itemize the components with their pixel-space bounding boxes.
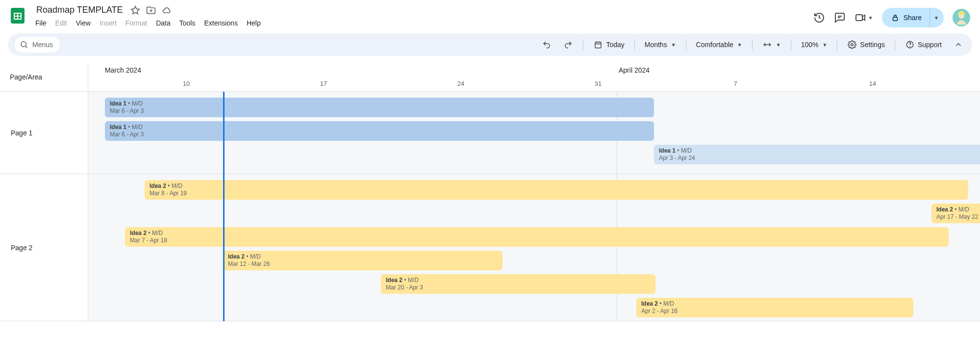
scale-label: Months — [645, 41, 667, 49]
bar-title: Idea 2 — [228, 253, 245, 260]
chevron-down-icon: ▼ — [776, 42, 781, 48]
bar-suffix: • M/D — [166, 182, 182, 189]
settings-label: Settings — [860, 41, 885, 49]
bar-suffix: • M/D — [402, 277, 419, 284]
share-label: Share — [904, 14, 922, 22]
timeline-bar[interactable]: Idea 2 • M/DMar 7 - Apr 18 — [125, 227, 949, 247]
menu-file[interactable]: File — [31, 17, 50, 29]
timeline-bar[interactable]: Idea 2 • M/DApr 17 - May 22 — [931, 204, 980, 223]
svg-point-15 — [910, 46, 910, 47]
zoom-dropdown[interactable]: 100% ▼ — [796, 38, 832, 52]
meet-icon[interactable] — [854, 12, 866, 24]
share-button[interactable]: Share — [882, 8, 930, 27]
day-label: 10 — [183, 80, 190, 87]
menu-help[interactable]: Help — [243, 17, 265, 29]
bar-suffix: • M/D — [126, 124, 143, 130]
bar-dates: Apr 3 - Apr 24 — [659, 155, 980, 162]
header: Roadmap TEMPLATE File Edit View Insert F… — [0, 0, 980, 31]
document-title[interactable]: Roadmap TEMPLATE — [34, 4, 125, 16]
svg-point-13 — [851, 44, 854, 46]
bar-dates: Mar 8 - Apr 19 — [150, 190, 963, 197]
toolbar: Menus Today Months ▼ Comfortable ▼ ▼ 100… — [8, 33, 972, 56]
sidebar-header: Page/Area — [0, 62, 88, 91]
density-label: Comfortable — [696, 41, 733, 49]
collapse-toolbar-button[interactable] — [952, 38, 965, 52]
bar-title: Idea 2 — [130, 230, 147, 236]
share-group: Share ▼ — [882, 8, 944, 27]
timeline-bar[interactable]: Idea 2 • M/DMar 12 - Mar 26 — [223, 251, 503, 270]
svg-rect-12 — [595, 42, 601, 48]
timeline-view: Page/Area March 2024April 2024 101724317… — [0, 62, 980, 364]
comments-icon[interactable] — [834, 12, 846, 24]
group-lane[interactable]: Idea 2 • M/DMar 8 - Apr 19Idea 2 • M/DAp… — [88, 174, 980, 321]
separator — [752, 39, 753, 50]
meet-dropdown-icon[interactable]: ▼ — [868, 15, 873, 21]
undo-button[interactable] — [537, 37, 556, 52]
move-icon[interactable] — [146, 5, 156, 15]
timeline-bar[interactable]: Idea 1 • M/DApr 3 - Apr 24 — [654, 145, 980, 164]
timeline-bar[interactable]: Idea 2 • M/DMar 8 - Apr 19 — [145, 180, 968, 200]
timeline-canvas[interactable]: Idea 1 • M/DMar 6 - Apr 3Idea 1 • M/DMar… — [88, 92, 980, 321]
bar-suffix: • M/D — [147, 230, 163, 236]
timeline-bar[interactable]: Idea 2 • M/DApr 2 - Apr 16 — [636, 298, 913, 317]
header-right: ▼ Share ▼ — [813, 4, 972, 27]
today-button[interactable]: Today — [588, 37, 629, 52]
star-icon[interactable] — [130, 5, 140, 15]
menu-extensions[interactable]: Extensions — [200, 17, 241, 29]
menu-data[interactable]: Data — [152, 17, 175, 29]
svg-rect-7 — [856, 15, 862, 21]
scale-dropdown[interactable]: Months ▼ — [640, 38, 681, 52]
bar-dates: Mar 7 - Apr 18 — [130, 237, 944, 244]
separator — [837, 39, 837, 50]
bar-dates: Apr 2 - Apr 16 — [641, 308, 908, 315]
chevron-up-icon — [954, 40, 963, 49]
bar-suffix: • M/D — [658, 300, 674, 307]
search-menus[interactable]: Menus — [15, 37, 60, 52]
timeline-sidebar: Page 1Page 2 — [0, 92, 88, 321]
chevron-down-icon: ▼ — [934, 15, 939, 21]
menu-format[interactable]: Format — [122, 17, 151, 29]
title-area: Roadmap TEMPLATE File Edit View Insert F… — [31, 4, 813, 29]
history-icon[interactable] — [813, 12, 825, 24]
separator — [583, 39, 583, 50]
day-label: 31 — [595, 80, 602, 87]
group-lane[interactable]: Idea 1 • M/DMar 6 - Apr 3Idea 1 • M/DMar… — [88, 92, 980, 174]
chevron-down-icon: ▼ — [737, 42, 742, 48]
account-avatar[interactable] — [953, 9, 970, 26]
timeline-scale-header[interactable]: March 2024April 2024 10172431714 — [88, 62, 980, 91]
bar-title: Idea 2 — [386, 277, 402, 284]
svg-rect-8 — [893, 17, 897, 21]
day-label: 7 — [733, 80, 737, 87]
cloud-status-icon[interactable] — [162, 5, 172, 15]
bar-dates: Mar 6 - Apr 3 — [110, 107, 649, 115]
settings-button[interactable]: Settings — [842, 37, 890, 52]
group-row[interactable]: Page 2 — [0, 174, 88, 321]
support-button[interactable]: Support — [900, 37, 947, 52]
support-label: Support — [918, 41, 942, 49]
share-dropdown[interactable]: ▼ — [930, 8, 944, 27]
menu-edit[interactable]: Edit — [51, 17, 71, 29]
menu-tools[interactable]: Tools — [176, 17, 200, 29]
day-label: 14 — [869, 80, 876, 87]
calendar-icon — [593, 40, 603, 50]
month-label: April 2024 — [619, 66, 650, 74]
density-dropdown[interactable]: Comfortable ▼ — [691, 38, 747, 52]
zoom-label: 100% — [801, 41, 819, 49]
day-label: 24 — [457, 80, 464, 87]
menu-view[interactable]: View — [72, 17, 95, 29]
bar-suffix: • M/D — [245, 253, 261, 260]
month-label: March 2024 — [105, 66, 141, 74]
fit-button[interactable]: ▼ — [757, 37, 786, 52]
separator — [791, 39, 791, 50]
timeline-bar[interactable]: Idea 2 • M/DMar 20 - Apr 3 — [381, 274, 655, 294]
timeline-bar[interactable]: Idea 1 • M/DMar 6 - Apr 3 — [105, 121, 654, 141]
svg-point-11 — [21, 42, 26, 47]
menu-insert[interactable]: Insert — [96, 17, 121, 29]
separator — [634, 39, 635, 50]
bar-dates: Apr 17 - May 22 — [936, 213, 980, 221]
timeline-bar[interactable]: Idea 1 • M/DMar 6 - Apr 3 — [105, 98, 654, 117]
redo-button[interactable] — [558, 37, 578, 52]
sheets-app-icon[interactable] — [8, 6, 27, 26]
gear-icon — [847, 40, 857, 50]
group-row[interactable]: Page 1 — [0, 92, 88, 174]
